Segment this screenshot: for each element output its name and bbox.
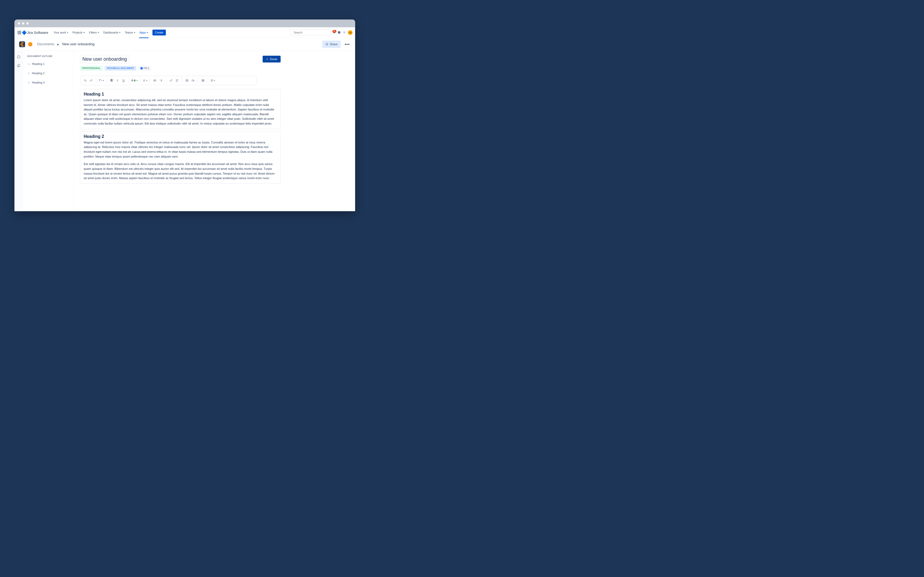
content-block[interactable]: Heading 1 Lorem ipsum dolor sit amet, co… <box>80 89 281 129</box>
tag-label: FD-1 <box>144 67 149 69</box>
image-button[interactable] <box>185 78 190 83</box>
tag-technical[interactable]: TECHNICAL DOCUMENT <box>105 66 136 71</box>
underline-button[interactable]: U <box>121 78 126 83</box>
bullet-icon <box>28 73 29 74</box>
outline-item-label: Heading 1 <box>32 62 44 66</box>
chevron-down-icon <box>83 32 85 33</box>
maximize-icon[interactable] <box>26 23 29 24</box>
document-icon <box>17 64 21 67</box>
breadcrumb: Documents ▶ New user onboarding <box>37 42 95 46</box>
share-button[interactable]: Share <box>322 41 341 48</box>
outline-title: DOCUMENT OUTLINE <box>27 55 69 58</box>
outline-item[interactable]: Heading 3 <box>28 81 69 84</box>
editor-toolbar: TT B I U A 12 <box>80 76 257 85</box>
chevron-down-icon <box>134 32 135 33</box>
text-color-button[interactable]: A <box>131 78 138 83</box>
window-titlebar <box>14 20 355 27</box>
undo-button[interactable] <box>83 78 88 83</box>
svg-rect-31 <box>192 80 193 81</box>
subheader: Documents ▶ New user onboarding Share ••… <box>14 38 355 51</box>
done-label: Done <box>270 58 277 61</box>
table-icon <box>202 79 204 82</box>
nav-label: Dashboards <box>103 31 118 34</box>
nav-label: Projects <box>72 31 82 34</box>
help-button[interactable]: ? <box>338 31 341 34</box>
chevron-down-icon <box>119 32 121 33</box>
nav-apps[interactable]: Apps <box>138 29 150 35</box>
app-switcher-icon[interactable] <box>17 30 22 35</box>
outline-item[interactable]: Heading 2 <box>28 72 69 75</box>
chevron-down-icon <box>103 80 104 81</box>
browser-frame: Jira Software Your work Projects Filters… <box>14 20 355 211</box>
chevron-down-icon <box>136 80 138 81</box>
tag-professional[interactable]: PROFESSIONAL <box>80 66 103 71</box>
nav-projects[interactable]: Projects <box>71 29 87 35</box>
insert-button[interactable] <box>211 78 215 83</box>
align-button[interactable] <box>143 78 147 83</box>
collapse-sidebar-button[interactable] <box>28 42 32 46</box>
chevron-down-icon <box>146 80 147 81</box>
search-input[interactable] <box>290 29 330 35</box>
subheader-actions: Share ••• <box>322 41 352 48</box>
gear-icon <box>343 31 346 34</box>
svg-point-20 <box>154 81 155 81</box>
text-style-button[interactable]: TT <box>99 78 104 83</box>
block-paragraph: Magna eget est lorem ipsum dolor sit. Tr… <box>84 140 277 159</box>
documents-button[interactable] <box>17 64 21 68</box>
jira-logo[interactable]: Jira Software <box>23 31 48 35</box>
numbered-list-button[interactable]: 12 <box>159 78 163 83</box>
avatar[interactable]: DA <box>348 30 353 35</box>
doc-title-input[interactable]: New user onboarding <box>80 55 129 63</box>
block-paragraph: Est velit egestas dui id ornare arcu odi… <box>84 162 277 181</box>
settings-button[interactable] <box>343 31 346 34</box>
content-block[interactable]: Heading 2 Magna eget est lorem ipsum dol… <box>80 131 281 184</box>
bullet-list-button[interactable] <box>153 78 158 83</box>
link-icon <box>170 79 172 82</box>
checkbox-icon <box>140 67 143 69</box>
search-field[interactable] <box>294 31 328 34</box>
chevron-down-icon <box>67 32 68 33</box>
outline-item[interactable]: Heading 1 <box>28 62 69 66</box>
redo-button[interactable] <box>89 78 94 83</box>
app-icon <box>19 41 25 47</box>
done-button[interactable]: Done <box>263 56 281 63</box>
body: DOCUMENT OUTLINE Heading 1 Heading 2 Hea… <box>14 51 355 211</box>
outline-item-label: Heading 3 <box>32 81 44 84</box>
minimize-icon[interactable] <box>22 23 24 24</box>
video-button[interactable] <box>190 78 195 83</box>
link-button[interactable] <box>169 78 174 83</box>
redo-icon <box>90 79 93 82</box>
tag-row: PROFESSIONAL TECHNICAL DOCUMENT FD-1 <box>80 66 355 71</box>
svg-point-18 <box>154 80 155 80</box>
close-icon[interactable] <box>18 23 20 24</box>
share-icon <box>325 43 328 46</box>
doc-headerbar: New user onboarding Done <box>80 55 281 63</box>
nav-right: 9+ ? DA <box>290 29 353 35</box>
table-button[interactable] <box>201 78 206 83</box>
check-icon <box>266 58 269 60</box>
nav-teams[interactable]: Teams <box>123 29 137 35</box>
nav-filters[interactable]: Filters <box>87 29 101 35</box>
svg-point-0 <box>292 32 293 33</box>
block-paragraph: Lorem ipsum dolor sit amet, consectetur … <box>84 98 277 126</box>
breadcrumb-parent[interactable]: Documents <box>37 42 54 46</box>
svg-point-11 <box>327 45 328 45</box>
notifications-button[interactable]: 9+ <box>333 31 336 34</box>
more-button[interactable]: ••• <box>343 41 352 47</box>
svg-rect-8 <box>21 45 24 46</box>
shortcut-button[interactable] <box>175 78 179 83</box>
bullet-list-icon <box>154 79 156 82</box>
jira-logo-text: Jira Software <box>27 31 48 35</box>
italic-button[interactable]: I <box>115 78 120 83</box>
svg-point-4 <box>344 32 344 33</box>
bold-button[interactable]: B <box>109 78 114 83</box>
create-button[interactable]: Create <box>153 29 166 35</box>
svg-text:2: 2 <box>160 80 161 81</box>
svg-line-12 <box>326 44 327 44</box>
tag-issue-link[interactable]: FD-1 <box>138 66 151 71</box>
icon-rail <box>14 51 23 211</box>
nav-dashboards[interactable]: Dashboards <box>101 29 122 35</box>
svg-point-30 <box>187 80 187 81</box>
nav-your-work[interactable]: Your work <box>52 29 70 35</box>
home-button[interactable] <box>17 55 21 58</box>
